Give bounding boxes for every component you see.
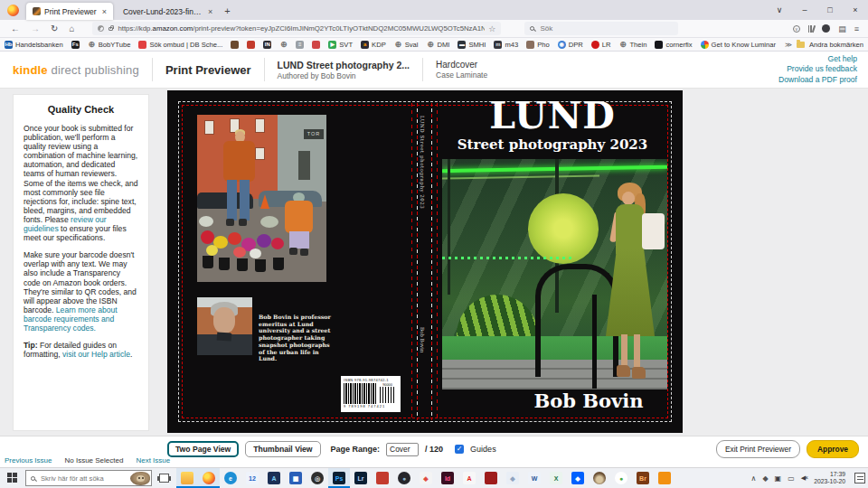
pocket-icon[interactable]: ∨ [793,25,800,33]
back-icon[interactable]: ← [11,23,20,33]
window-chevron-icon[interactable]: ∨ [767,0,792,20]
taskbar-app-image-tool[interactable] [654,468,675,488]
ms-store-icon: ▦ [289,472,302,484]
download-proof-link[interactable]: Download a PDF proof [778,75,857,86]
menu-icon[interactable]: ≡ [854,24,859,33]
clock[interactable]: 17:39 2023-10-20 [814,471,845,485]
folder-icon [797,42,805,48]
previous-issue-link[interactable]: Previous Issue [5,456,52,465]
bookmark-item[interactable]: Sök ombud | DB Sche... [138,41,222,49]
bookmark-item[interactable]: IN [263,41,271,49]
action-center-icon[interactable] [854,473,865,483]
bookmark-item[interactable]: ⊕Thein [618,41,646,49]
home-icon[interactable]: ⌂ [69,23,74,33]
help-article-link[interactable]: visit our Help article [62,350,130,359]
other-bookmarks-label[interactable]: Andra bokmärken [809,41,863,49]
bookmark-item[interactable]: ⊕Sval [394,41,419,49]
taskbar-app-affinity-photo[interactable]: A [263,468,285,488]
taskbar-app-ms-store[interactable]: ▦ [285,468,307,488]
tab-close-icon[interactable]: × [102,7,107,16]
taskbar-app-lightroom[interactable]: Lr [350,468,372,488]
kdp-logo[interactable]: kindle direct publishing [13,63,139,77]
bookmark-item[interactable]: Fs [71,41,80,49]
bookmark-item[interactable] [247,41,255,49]
exit-previewer-button[interactable]: Exit Print Previewer [716,440,800,458]
library-icon[interactable] [808,25,815,33]
tray-chevron-icon[interactable]: ∧ [751,474,757,483]
tray-display-icon[interactable]: ▭ [788,474,795,483]
taskbar-app-excel[interactable]: X [545,468,567,488]
bookmarks-overflow-icon[interactable]: ≫ [785,41,792,49]
taskbar-app-red-tool[interactable] [372,468,393,488]
approve-button[interactable]: Approve [807,440,859,458]
taskbar-search-input[interactable] [39,474,117,483]
taskbar-search[interactable] [25,470,152,486]
bookmark-item[interactable]: ▶SVT [328,41,353,49]
bookmark-item[interactable]: ⊕DMI [426,41,449,49]
window-minimize-icon[interactable]: – [792,0,817,20]
taskbar-app-ruby-tool[interactable] [480,468,502,488]
bookmark-item[interactable]: ≡ [296,41,304,49]
browser-search[interactable] [524,22,678,35]
page-range-input[interactable] [386,443,419,456]
taskbar-app-photo-viewer[interactable]: ◈ [415,468,437,488]
lock-icon[interactable] [108,27,113,31]
next-issue-link[interactable]: Next Issue [136,456,170,465]
taskbar-app-acrobat[interactable]: A [458,468,480,488]
bookmark-item[interactable]: aKDP [361,41,386,49]
window-close-icon[interactable]: × [843,0,868,20]
sidebar-toggle-icon[interactable]: ▤ [838,24,846,33]
two-page-view-button[interactable]: Two Page View [167,441,239,457]
bookmark-item[interactable]: Pho [526,41,550,49]
taskbar-app-file-explorer[interactable] [176,468,198,488]
task-view-icon[interactable] [159,474,169,483]
taskbar-app-app-12[interactable]: 12 [241,468,263,488]
bookmark-item[interactable]: LR [591,41,611,49]
tray-window-icon[interactable]: ▣ [775,474,782,483]
bookmark-item[interactable]: Get to Know Luminar |... [701,41,778,49]
bookmark-item[interactable]: HbHandelsbanken [5,41,63,49]
account-icon[interactable] [822,24,830,33]
guides-checkbox[interactable]: ✓ [455,445,464,454]
taskbar-app-firefox[interactable] [198,468,220,488]
tab-print-previewer[interactable]: Print Previewer × [26,3,113,20]
firefox-logo-icon[interactable] [7,5,19,16]
get-help-link[interactable]: Get help [778,54,857,65]
bookmark-item[interactable]: ⊕BobYTube [88,41,131,49]
window-maximize-icon[interactable]: □ [817,0,843,20]
volume-muted-icon[interactable]: ◀× [801,474,807,482]
thumbnail-view-button[interactable]: Thumbnail View [245,441,320,457]
bookmark-item[interactable] [231,41,239,49]
tab-pdf[interactable]: Cover-Lund-2023-final.pdf × [117,3,219,20]
search-input[interactable] [538,23,646,33]
taskbar-app-indesign[interactable]: Id [437,468,458,488]
taskbar-app-word[interactable]: W [524,468,545,488]
taskbar-app-camera-tool[interactable]: ◎ [307,468,328,488]
bookmark-item[interactable]: mm43 [494,41,518,49]
taskbar-app-edge[interactable]: e [220,468,241,488]
bookmark-item[interactable]: ▬SMHI [458,41,486,49]
bookmark-item[interactable]: cornerfix [655,41,692,49]
page-range-label: Page Range: [331,445,381,454]
taskbar-app-3d-viewer[interactable]: ◆ [502,468,524,488]
new-tab-icon[interactable]: + [224,5,230,16]
reload-icon[interactable]: ↻ [51,23,58,33]
start-button-icon[interactable] [7,473,18,483]
bookmark-star-icon[interactable]: ☆ [488,24,495,33]
bookmark-item[interactable]: ◉DPR [558,41,583,49]
taskbar-app-gimp[interactable] [589,468,610,488]
taskbar-app-bridge[interactable]: Br [632,468,654,488]
taskbar-app-lens-tool[interactable]: ● [393,468,415,488]
url-bar[interactable]: https://kdp.amazon.com/print-preview?tok… [92,22,501,35]
forward-icon[interactable]: → [31,23,40,33]
bookmark-item[interactable] [312,41,320,49]
tab-close-icon[interactable]: × [208,7,212,16]
taskbar-app-photoshop[interactable]: Ps [328,468,350,488]
feedback-link[interactable]: Provide us feedback [778,64,857,75]
shield-icon[interactable] [98,25,104,32]
bookmark-item[interactable]: ⊕ [279,41,288,49]
taskbar-app-dxo[interactable]: ● [610,468,632,488]
taskbar-app-dropbox[interactable]: ◆ [567,468,589,488]
tray-dropbox-icon[interactable]: ◆ [762,474,768,483]
affinity-photo-icon: A [268,472,280,484]
